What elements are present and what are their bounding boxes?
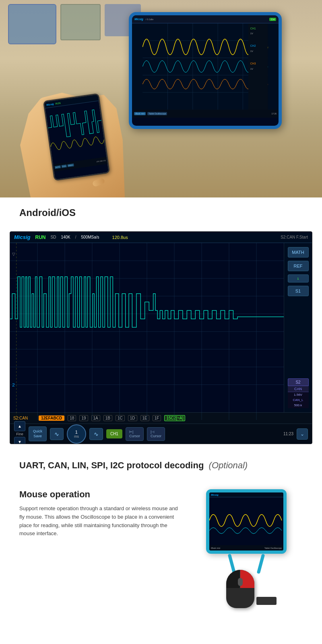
osc-timebase: 120.8us — [112, 235, 128, 240]
svg-text:CH1: CH1 — [250, 27, 256, 30]
wave-type-selector[interactable]: ∿ — [50, 428, 64, 440]
quick-save-label: QuickSave — [33, 429, 42, 438]
platform-label: Android/iOS — [0, 197, 322, 223]
cursor2-icon: |⊣ — [151, 430, 161, 434]
quick-save-button[interactable]: QuickSave — [29, 426, 47, 441]
time-value: 1 — [75, 430, 78, 434]
ref-button[interactable]: REF — [288, 261, 309, 271]
mouse-scroll-wheel — [238, 578, 243, 586]
osc-main-area: 2 ▽ MATH REF 1 S1 S2 CAN — [10, 243, 312, 412]
mouse-section: Mouse operation Support remote operation… — [0, 477, 322, 620]
protocol-optional-text: (Optional) — [209, 460, 248, 470]
platform-section: Android/iOS — [0, 197, 322, 223]
s2-panel: S2 CAN 1.56V CAN_L 500.k — [288, 378, 309, 408]
osc-status-bar: Micsig RUN SD 140K / 500MSa/s 120.8us S2… — [10, 232, 312, 243]
osc-waveform: 2 ▽ — [10, 243, 284, 412]
osc-trigger: S2:CAN F.Start — [281, 235, 308, 239]
timebase-control[interactable]: 1 ms — [67, 424, 86, 444]
ch1-button[interactable]: CH1 — [106, 429, 122, 438]
mouse-peripheral — [226, 570, 254, 608]
osc-sample-rate: 500MSa/s — [81, 235, 99, 239]
down-arrow-button[interactable]: ▼ — [14, 437, 25, 445]
stand-leg-right — [257, 554, 265, 574]
cursor2-label: Cursor — [151, 434, 161, 438]
protocol-section: UART, CAN, LIN, SPI, I2C protocol decodi… — [0, 452, 322, 477]
tablet-oscilloscope: Micsig / 0.1div CH — [129, 12, 282, 129]
time-display: 11:23 — [283, 432, 293, 436]
hero-image: Micsig / 0.1div CH — [0, 0, 322, 197]
protocol-main-text: UART, CAN, LIN, SPI, I2C protocol decodi… — [19, 460, 204, 470]
cursor1-button[interactable]: ⊢| Cursor — [126, 427, 144, 441]
time-unit: ms — [74, 434, 79, 438]
cursor2-button[interactable]: |⊣ Cursor — [147, 427, 165, 441]
tablet-with-stand: Micsig tBook mini Tablet Oscilloscope — [198, 489, 295, 570]
s2-label: S2 — [288, 378, 309, 386]
s2-bus: CAN_L — [288, 397, 309, 403]
fine-label: Fine — [14, 432, 25, 436]
osc-right-panel: MATH REF 1 S1 S2 CAN 1.56V CAN_L 500.k — [284, 243, 312, 412]
svg-text:1V: 1V — [250, 50, 253, 52]
osc-memory: 140K — [61, 235, 70, 239]
svg-text:2: 2 — [12, 382, 14, 387]
cursor1-icon: ⊢| — [129, 430, 140, 434]
wave-shape-selector[interactable]: ∿ — [89, 428, 103, 440]
settings-button[interactable]: ⌄ — [297, 428, 308, 440]
s2-baud: 500.k — [288, 403, 309, 408]
mouse-description: Support remote operation through a stand… — [19, 505, 182, 538]
s2-voltage: 1.56V — [288, 392, 309, 397]
ch1-indicator: 1 — [288, 274, 309, 283]
svg-rect-8 — [248, 23, 268, 110]
tablet-screen-display: Micsig tBook mini Tablet Oscilloscope — [209, 492, 283, 551]
oscilloscope-screenshot: Micsig RUN SD 140K / 500MSa/s 120.8us S2… — [10, 231, 312, 444]
osc-brand: Micsig — [14, 234, 30, 240]
platform-text: Android/iOS — [19, 207, 76, 218]
mouse-section-tablet: Micsig tBook mini Tablet Oscilloscope — [206, 489, 287, 554]
oscilloscope-section: Micsig RUN SD 140K / 500MSa/s 120.8us S2… — [0, 231, 322, 444]
fine-control: ▲ Fine ▼ — [14, 421, 25, 445]
mouse-text-area: Mouse operation Support remote operation… — [19, 489, 182, 538]
svg-text:1V: 1V — [250, 32, 253, 35]
svg-text:CH3: CH3 — [250, 62, 256, 65]
protocol-label: UART, CAN, LIN, SPI, I2C protocol decodi… — [0, 452, 322, 477]
svg-text:CH2: CH2 — [250, 44, 256, 47]
svg-text:1V: 1V — [250, 68, 253, 70]
osc-storage-label: SD — [50, 235, 56, 239]
hero-section: Micsig / 0.1div CH — [0, 0, 322, 197]
mouse-cord — [256, 597, 277, 605]
s1-button[interactable]: S1 — [288, 286, 309, 296]
osc-run-status: RUN — [35, 235, 45, 240]
mouse-title: Mouse operation — [19, 489, 182, 500]
up-arrow-button[interactable]: ▲ — [14, 421, 25, 431]
math-button[interactable]: MATH — [288, 247, 309, 258]
cursor1-label: Cursor — [129, 434, 140, 438]
s2-protocol: CAN — [288, 386, 309, 392]
svg-text:▽: ▽ — [12, 252, 15, 256]
osc-bottom-controls: ▲ Fine ▼ QuickSave ∿ 1 ms ∿ CH1 — [10, 424, 312, 444]
mouse-visual-area: Micsig tBook mini Tablet Oscilloscope — [190, 489, 303, 608]
